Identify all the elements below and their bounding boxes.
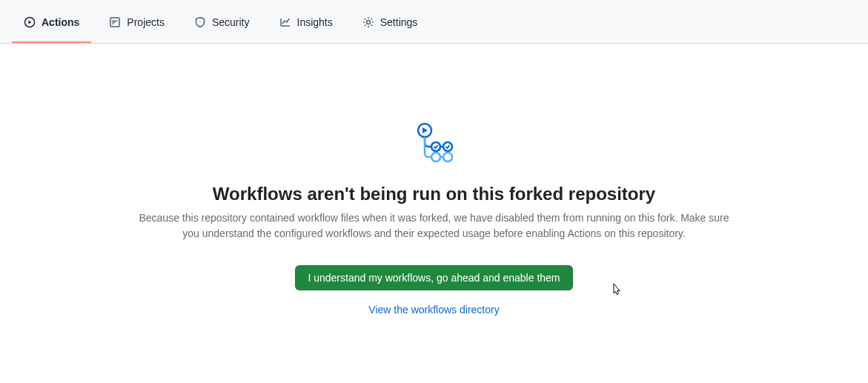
- tab-label: Projects: [127, 16, 165, 28]
- main-content: Workflows aren't being run on this forke…: [116, 44, 753, 316]
- view-workflows-link[interactable]: View the workflows directory: [368, 304, 499, 316]
- workflow-graphic-icon: [414, 121, 455, 166]
- svg-point-11: [431, 153, 440, 161]
- tab-insights[interactable]: Insights: [268, 10, 345, 43]
- enable-workflows-button[interactable]: I understand my workflows, go ahead and …: [295, 265, 572, 290]
- blankslate-title: Workflows aren't being run on this forke…: [213, 184, 655, 204]
- blankslate-description: Because this repository contained workfl…: [130, 210, 738, 242]
- svg-point-6: [366, 21, 370, 24]
- graph-icon: [279, 16, 291, 28]
- tab-label: Insights: [297, 16, 333, 28]
- tab-actions[interactable]: Actions: [12, 10, 91, 43]
- tab-label: Settings: [380, 16, 418, 28]
- gear-icon: [362, 16, 374, 28]
- shield-icon: [194, 16, 206, 28]
- tab-label: Security: [212, 16, 250, 28]
- play-circle-icon: [24, 16, 36, 28]
- svg-point-12: [443, 153, 452, 161]
- repo-tabnav: Actions Projects Security Insights Setti…: [0, 0, 868, 44]
- project-icon: [109, 16, 121, 28]
- svg-point-5: [199, 21, 200, 22]
- tab-projects[interactable]: Projects: [97, 10, 176, 43]
- tab-label: Actions: [42, 16, 79, 28]
- tab-settings[interactable]: Settings: [351, 10, 430, 43]
- tab-security[interactable]: Security: [182, 10, 262, 43]
